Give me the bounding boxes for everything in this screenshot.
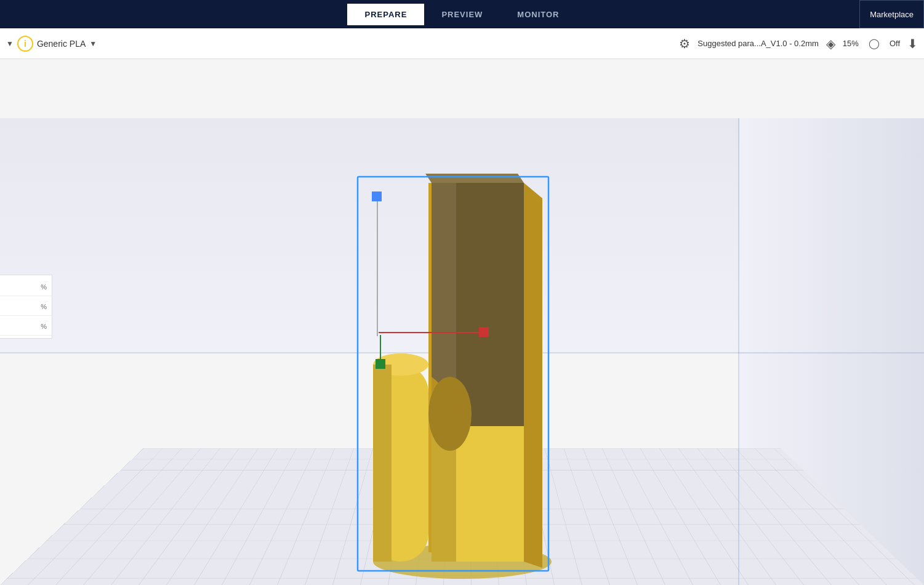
side-panel-row-1[interactable]: % bbox=[0, 278, 52, 296]
tab-prepare[interactable]: PREPARE bbox=[347, 4, 424, 25]
side-panel: % % % bbox=[0, 275, 52, 339]
top-navigation: PREPARE PREVIEW MONITOR Marketplace bbox=[0, 0, 924, 28]
3d-object-container[interactable] bbox=[308, 118, 616, 585]
supports-label: Off bbox=[890, 39, 900, 48]
x-axis-line bbox=[379, 332, 483, 333]
side-panel-row-3[interactable]: % bbox=[0, 317, 52, 336]
filament-name: Generic PLA bbox=[37, 39, 86, 49]
right-border-line bbox=[738, 118, 739, 585]
suggested-params-label: Suggested para...A_V1.0 - 0.2mm bbox=[697, 39, 819, 48]
main-viewport: % % % bbox=[0, 59, 924, 585]
tab-preview[interactable]: PREVIEW bbox=[424, 4, 500, 25]
y-axis-line bbox=[377, 195, 378, 336]
x-axis-handle[interactable] bbox=[479, 327, 489, 337]
marketplace-button[interactable]: Marketplace bbox=[859, 0, 924, 28]
slice-button[interactable]: ⬇ bbox=[907, 36, 918, 51]
infill-percent: 15% bbox=[843, 39, 859, 48]
settings-icon[interactable]: ⚙ bbox=[679, 36, 690, 51]
svg-marker-13 bbox=[524, 183, 542, 568]
filament-dropdown-arrow[interactable]: ▼ bbox=[89, 39, 97, 48]
left-dropdown-arrow[interactable]: ▼ bbox=[6, 39, 14, 48]
toolbar-left: ▼ i Generic PLA ▼ bbox=[6, 36, 674, 52]
toolbar-right: ⚙ Suggested para...A_V1.0 - 0.2mm ◈ 15% … bbox=[679, 36, 918, 52]
side-panel-row-2[interactable]: % bbox=[0, 297, 52, 316]
infill-icon[interactable]: ◈ bbox=[826, 36, 835, 51]
svg-point-16 bbox=[428, 377, 472, 451]
tab-monitor[interactable]: MONITOR bbox=[500, 4, 576, 25]
toolbar: ▼ i Generic PLA ▼ ⚙ Suggested para...A_V… bbox=[0, 28, 924, 59]
y-axis-handle[interactable] bbox=[372, 192, 382, 201]
z-axis-handle[interactable] bbox=[376, 359, 385, 369]
supports-icon[interactable]: ◯ bbox=[866, 36, 882, 52]
filament-icon: i bbox=[17, 36, 33, 52]
svg-rect-3 bbox=[373, 365, 392, 562]
svg-marker-12 bbox=[425, 174, 524, 183]
nav-tabs: PREPARE PREVIEW MONITOR bbox=[347, 4, 576, 25]
3d-object-svg bbox=[308, 118, 616, 585]
